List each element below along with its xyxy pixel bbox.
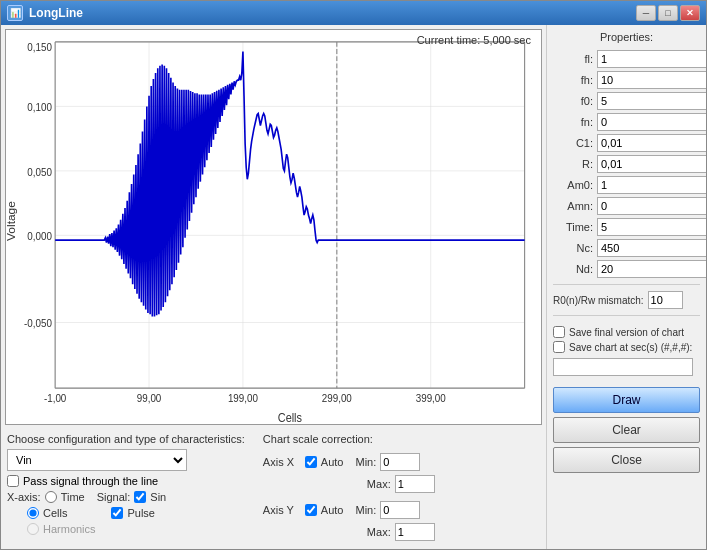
axis-x-row: Axis X Auto Min: <box>263 453 435 471</box>
axis-x-label: Axis X <box>263 456 301 468</box>
axis-y-min-input[interactable] <box>380 501 420 519</box>
scale-section: Chart scale correction: Axis X Auto Min:… <box>263 433 435 541</box>
right-panel: Properties: fl: fh: f0: fn: C1: <box>546 25 706 549</box>
prop-amn-input[interactable] <box>597 197 706 215</box>
xaxis-label: X-axis: <box>7 491 41 503</box>
svg-text:0,050: 0,050 <box>27 166 52 177</box>
prop-am0: Am0: <box>553 176 700 194</box>
svg-text:299,00: 299,00 <box>322 393 352 404</box>
axis-section: X-axis: Time Signal: Sin Cells <box>7 491 245 535</box>
prop-nd: Nd: <box>553 260 700 278</box>
axis-x-min-input[interactable] <box>380 453 420 471</box>
prop-fn-input[interactable] <box>597 113 706 131</box>
controls-row1: Choose configuration and type of charact… <box>7 433 540 541</box>
chart-svg: 0,150 0,100 0,050 0,000 -0,050 -1,00 99,… <box>6 30 541 424</box>
save-at-sec-checkbox[interactable] <box>553 341 565 353</box>
axis-x-max-row: Max: <box>263 475 435 493</box>
prop-fn: fn: <box>553 113 700 131</box>
axis-y-auto-label: Auto <box>321 504 344 516</box>
prop-c1: C1: <box>553 134 700 152</box>
separator2 <box>553 315 700 316</box>
svg-text:99,00: 99,00 <box>137 393 162 404</box>
xaxis-cells-row: Cells Pulse <box>7 507 245 519</box>
prop-c1-label: C1: <box>553 137 593 149</box>
svg-text:Cells: Cells <box>278 411 303 424</box>
separator1 <box>553 284 700 285</box>
save-at-sec-row: Save chart at sec(s) (#,#,#): <box>553 341 700 353</box>
axis-y-max-row: Max: <box>263 523 435 541</box>
title-controls: ─ □ ✕ <box>636 5 700 21</box>
axis-x-auto-label: Auto <box>321 456 344 468</box>
minimize-button[interactable]: ─ <box>636 5 656 21</box>
config-select[interactable]: Vin Vout Iin Iout <box>7 449 187 471</box>
close-button[interactable]: Close <box>553 447 700 473</box>
prop-nd-label: Nd: <box>553 263 593 275</box>
mismatch-label: R0(n)/Rw mismatch: <box>553 295 644 306</box>
prop-nd-input[interactable] <box>597 260 706 278</box>
signal-label: Signal: <box>97 491 131 503</box>
axis-x-min-label: Min: <box>356 456 377 468</box>
prop-r: R: <box>553 155 700 173</box>
axis-y-row: Axis Y Auto Min: <box>263 501 435 519</box>
pulse-checkbox[interactable] <box>111 507 123 519</box>
axis-x-max-label: Max: <box>367 478 391 490</box>
axis-x-max-input[interactable] <box>395 475 435 493</box>
controls-area: Choose configuration and type of charact… <box>5 429 542 545</box>
prop-fl-label: fl: <box>553 53 593 65</box>
prop-fh-input[interactable] <box>597 71 706 89</box>
prop-c1-input[interactable] <box>597 134 706 152</box>
close-window-button[interactable]: ✕ <box>680 5 700 21</box>
left-panel: Current time: 5,000 sec <box>1 25 546 549</box>
axis-y-min-label: Min: <box>356 504 377 516</box>
prop-am0-label: Am0: <box>553 179 593 191</box>
xaxis-harmonics-radio[interactable] <box>27 523 39 535</box>
svg-text:-1,00: -1,00 <box>44 393 67 404</box>
save-section: Save final version of chart Save chart a… <box>553 326 700 376</box>
save-at-sec-label: Save chart at sec(s) (#,#,#): <box>569 342 692 353</box>
prop-fl: fl: <box>553 50 700 68</box>
buttons-section: Draw Clear Close <box>553 387 700 473</box>
properties-title: Properties: <box>553 31 700 43</box>
prop-amn-label: Amn: <box>553 200 593 212</box>
main-content: Current time: 5,000 sec <box>1 25 706 549</box>
prop-fn-label: fn: <box>553 116 593 128</box>
prop-f0-label: f0: <box>553 95 593 107</box>
axis-y-max-label: Max: <box>367 526 391 538</box>
chart-time-label: Current time: 5,000 sec <box>417 34 531 46</box>
prop-nc-input[interactable] <box>597 239 706 257</box>
xaxis-cells-radio[interactable] <box>27 507 39 519</box>
axis-y-max-input[interactable] <box>395 523 435 541</box>
maximize-button[interactable]: □ <box>658 5 678 21</box>
xaxis-time-radio[interactable] <box>45 491 57 503</box>
mismatch-input[interactable] <box>648 291 683 309</box>
prop-r-input[interactable] <box>597 155 706 173</box>
config-label: Choose configuration and type of charact… <box>7 433 245 445</box>
prop-amn: Amn: <box>553 197 700 215</box>
pass-signal-checkbox[interactable] <box>7 475 19 487</box>
xaxis-time-label: Time <box>61 491 85 503</box>
save-final-checkbox[interactable] <box>553 326 565 338</box>
pass-signal-row: Pass signal through the line <box>7 475 245 487</box>
prop-time: Time: <box>553 218 700 236</box>
prop-time-input[interactable] <box>597 218 706 236</box>
axis-y-auto-checkbox[interactable] <box>305 504 317 516</box>
scale-title: Chart scale correction: <box>263 433 435 445</box>
app-icon: 📊 <box>7 5 23 21</box>
main-window: 📊 LongLine ─ □ ✕ Current time: 5,000 sec <box>0 0 707 550</box>
prop-r-label: R: <box>553 158 593 170</box>
sin-checkbox[interactable] <box>134 491 146 503</box>
save-final-row: Save final version of chart <box>553 326 700 338</box>
prop-nc-label: Nc: <box>553 242 593 254</box>
prop-fl-input[interactable] <box>597 50 706 68</box>
prop-am0-input[interactable] <box>597 176 706 194</box>
axis-x-auto-checkbox[interactable] <box>305 456 317 468</box>
prop-fh: fh: <box>553 71 700 89</box>
prop-f0: f0: <box>553 92 700 110</box>
draw-button[interactable]: Draw <box>553 387 700 413</box>
prop-f0-input[interactable] <box>597 92 706 110</box>
save-at-sec-input[interactable] <box>553 358 693 376</box>
clear-button[interactable]: Clear <box>553 417 700 443</box>
prop-time-label: Time: <box>553 221 593 233</box>
xaxis-cells-label: Cells <box>43 507 67 519</box>
svg-text:0,100: 0,100 <box>27 102 52 113</box>
